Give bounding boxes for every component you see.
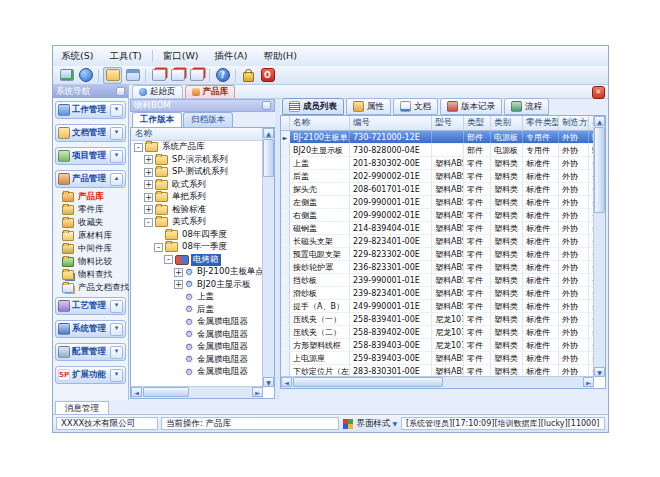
- tree-expander-icon[interactable]: +: [144, 193, 153, 202]
- scroll-right-icon[interactable]: ►: [583, 377, 594, 387]
- tree-expander-icon[interactable]: +: [144, 205, 153, 214]
- table-row[interactable]: BJ20主显示板730-828000-04E部件电源板专用件外协颗: [281, 144, 594, 157]
- toolbar-layout-button[interactable]: [124, 68, 141, 83]
- sidebar-group-7[interactable]: SP 扩展功能 ▾: [55, 366, 126, 384]
- tree-node[interactable]: - 08年一季度: [131, 241, 263, 254]
- sidebar-item[interactable]: 收藏夹: [54, 216, 127, 229]
- sidebar-item[interactable]: 零件库: [54, 203, 127, 216]
- tree-expander-icon[interactable]: +: [174, 268, 183, 277]
- table-row[interactable]: ►BJ-2100主板单点730-721000-12E部件电源板专用件外协颗: [281, 131, 594, 144]
- tree-expander-icon[interactable]: +: [174, 280, 183, 289]
- tree-horizontal-scrollbar[interactable]: ◄ ►: [131, 386, 263, 398]
- tree-node[interactable]: ⚙ 上盖: [131, 291, 263, 304]
- sidebar-group-2[interactable]: 项目管理 ▾: [55, 147, 126, 165]
- tree-node[interactable]: + SP-演示机系列: [131, 154, 263, 167]
- table-row[interactable]: 预置电眼支架229-823302-00E塑料ABS零件塑料类标准件外协条: [281, 248, 594, 261]
- tree-node[interactable]: ⚙ 金属膜电阻器: [131, 341, 263, 354]
- toolbar-help-button[interactable]: ?: [214, 68, 231, 83]
- tree-expander-icon[interactable]: -: [134, 143, 143, 152]
- table-row[interactable]: 挡纱板239-990001-01E塑料ABS零件塑料类标准件外协条: [281, 274, 594, 287]
- toolbar-globe-button[interactable]: [77, 68, 94, 83]
- pin-icon[interactable]: [262, 101, 271, 110]
- sidebar-item[interactable]: 中间件库: [54, 242, 127, 255]
- tree-node[interactable]: + ⚙ BJ-2100主板单点: [131, 266, 263, 279]
- tree-node[interactable]: + 欧式系列: [131, 179, 263, 192]
- chevron-icon[interactable]: ▾: [110, 369, 123, 382]
- sidebar-group-1[interactable]: 文档管理 ▾: [55, 124, 126, 142]
- table-vertical-scrollbar[interactable]: ▲ ▼: [593, 116, 605, 377]
- column-header[interactable]: 型号: [432, 116, 464, 130]
- chevron-icon[interactable]: ▴: [110, 173, 123, 186]
- scrollbar-thumb[interactable]: [263, 139, 274, 177]
- table-row[interactable]: 压线夹（一）258-839401-00E尼龙1010零件塑料类标准件外协条: [281, 313, 594, 326]
- tree-expander-icon[interactable]: -: [144, 218, 153, 227]
- chevron-icon[interactable]: ▾: [110, 323, 123, 336]
- toolbar-mail-open-button[interactable]: [169, 68, 186, 83]
- tree-node[interactable]: - 美式系列: [131, 216, 263, 229]
- scroll-right-icon[interactable]: ►: [252, 387, 263, 397]
- column-header[interactable]: 制造方式: [559, 116, 589, 130]
- menu-item[interactable]: 窗口(W): [155, 48, 207, 65]
- column-header[interactable]: 名称: [290, 116, 350, 130]
- scrollbar-thumb[interactable]: [293, 377, 443, 387]
- detail-tab[interactable]: 版本记录: [440, 98, 502, 115]
- tree-column-header[interactable]: 名称: [131, 128, 263, 141]
- tree-node[interactable]: ⚙ 金属膜电阻器: [131, 354, 263, 367]
- tree-expander-icon[interactable]: +: [144, 155, 153, 164]
- sidebar-item[interactable]: 物料查找: [54, 268, 127, 281]
- tree-vertical-scrollbar[interactable]: ▲ ▼: [262, 128, 274, 387]
- tree-expander-icon[interactable]: -: [154, 243, 163, 252]
- chevron-icon[interactable]: ▾: [110, 346, 123, 359]
- ui-style-selector[interactable]: 界面样式 ▼: [343, 418, 397, 430]
- sidebar-item[interactable]: 产品库: [54, 190, 127, 203]
- menu-item[interactable]: 系统(S): [53, 48, 101, 65]
- chevron-icon[interactable]: ▾: [110, 127, 123, 140]
- menu-item[interactable]: 工具(T): [101, 48, 149, 65]
- sidebar-item[interactable]: 原材料库: [54, 229, 127, 242]
- tree-node[interactable]: + 单把系列: [131, 191, 263, 204]
- table-row[interactable]: 右侧盖209-990002-01E塑料ABS零件塑料类标准件外协条: [281, 209, 594, 222]
- toolbar-mail-del-button[interactable]: [188, 68, 205, 83]
- tree-node[interactable]: + ⚙ BJ20主显示板: [131, 279, 263, 292]
- tree-expander-icon[interactable]: +: [144, 168, 153, 177]
- table-row[interactable]: 滑纱板239-823401-00E塑料ABS零件塑料类标准件外协条: [281, 287, 594, 300]
- table-row[interactable]: 后盖202-990002-01E塑料ABS零件塑料类标准件外协条: [281, 170, 594, 183]
- detail-tab[interactable]: 文档: [393, 98, 438, 115]
- toolbar-stop-button[interactable]: O: [259, 68, 276, 83]
- table-row[interactable]: 磁钢盖214-839404-01E塑料ABS零件塑料类标准件外协条: [281, 222, 594, 235]
- table-row[interactable]: 压线夹（二）258-839402-00E尼龙1010零件塑料类标准件外协条: [281, 326, 594, 339]
- table-horizontal-scrollbar[interactable]: ◄ ►: [281, 376, 594, 388]
- column-header[interactable]: 类别: [491, 116, 523, 130]
- toolbar-folder-button[interactable]: [103, 67, 122, 84]
- scroll-left-icon[interactable]: ◄: [131, 387, 142, 397]
- detail-tab[interactable]: 属性: [346, 98, 391, 115]
- table-row[interactable]: 方形塑料线框258-839403-00E尼龙1010零件塑料类标准件外协条: [281, 339, 594, 352]
- sidebar-group-3[interactable]: 产品管理 ▴: [55, 170, 126, 188]
- chevron-icon[interactable]: ▾: [110, 300, 123, 313]
- column-header[interactable]: 编号: [350, 116, 432, 130]
- scroll-up-icon[interactable]: ▲: [263, 128, 274, 138]
- tree-node[interactable]: - 电烤箱: [131, 254, 263, 267]
- tree-node[interactable]: + 检验标准: [131, 204, 263, 217]
- sidebar-group-6[interactable]: 配置管理 ▾: [55, 343, 126, 361]
- sidebar-options-icon[interactable]: [116, 87, 125, 96]
- table-row[interactable]: 左侧盖209-990001-01E塑料ABS零件塑料类标准件外协条: [281, 196, 594, 209]
- version-tab[interactable]: 归档版本: [183, 112, 233, 127]
- chevron-icon[interactable]: ▾: [110, 104, 123, 117]
- column-header[interactable]: 零件类型: [523, 116, 559, 130]
- scrollbar-thumb[interactable]: [143, 387, 189, 397]
- scroll-left-icon[interactable]: ◄: [281, 377, 292, 387]
- sidebar-group-5[interactable]: 系统管理 ▾: [55, 320, 126, 338]
- table-row[interactable]: 上电源座259-839403-00E塑料ABS零件塑料类标准件外协条: [281, 352, 594, 365]
- toolbar-system-button[interactable]: [58, 68, 75, 83]
- tree-expander-icon[interactable]: +: [144, 180, 153, 189]
- scrollbar-thumb[interactable]: [594, 127, 605, 213]
- sidebar-item[interactable]: 物料比较: [54, 255, 127, 268]
- marker-column-header[interactable]: [281, 116, 290, 130]
- tree-node[interactable]: + SP-测试机系列: [131, 166, 263, 179]
- tree-node[interactable]: - 系统产品库: [131, 141, 263, 154]
- table-row[interactable]: 上盖201-830302-00E塑料ABS零件塑料类标准件外协条: [281, 157, 594, 170]
- tree-node[interactable]: ⚙ 金属膜电阻器: [131, 329, 263, 342]
- tree-node[interactable]: ⚙ 金属膜电阻器: [131, 316, 263, 329]
- sidebar-group-0[interactable]: 工作管理 ▾: [55, 101, 126, 119]
